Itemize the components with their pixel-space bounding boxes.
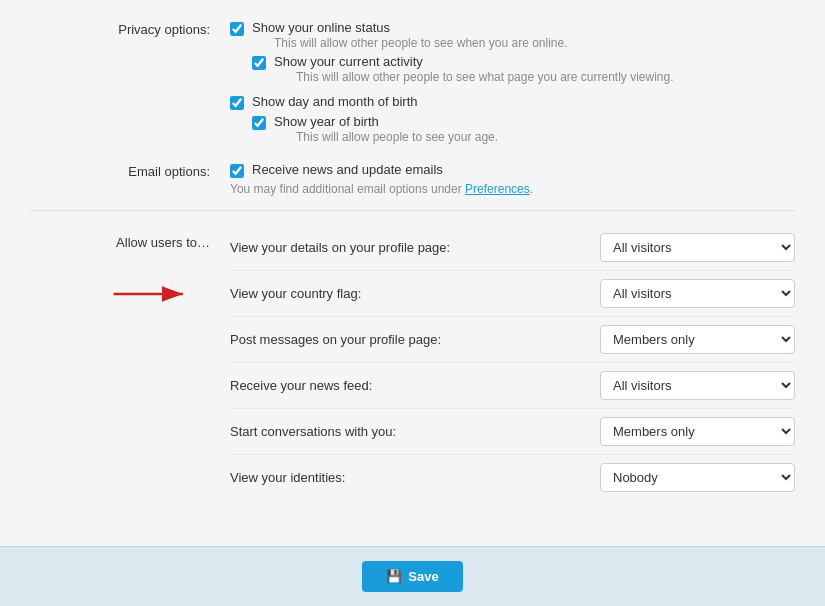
news-updates-row: Receive news and update emails — [230, 162, 795, 178]
permission-row-view-flag: View your country flag: All visitors Mem… — [230, 271, 795, 317]
online-status-label: Show your online status — [252, 20, 568, 35]
allow-users-content: View your details on your profile page: … — [230, 225, 795, 500]
birth-month-checkbox[interactable] — [230, 96, 244, 110]
permission-label-post-messages: Post messages on your profile page: — [230, 332, 600, 347]
news-updates-checkbox[interactable] — [230, 164, 244, 178]
permission-select-view-profile[interactable]: All visitors Members only Nobody — [600, 233, 795, 262]
current-activity-checkbox[interactable] — [252, 56, 266, 70]
email-desc-prefix: You may find additional email options un… — [230, 182, 465, 196]
footer: 💾 Save — [0, 546, 825, 606]
current-activity-row: Show your current activity This will all… — [252, 54, 795, 84]
save-label: Save — [408, 569, 438, 584]
permission-label-view-flag: View your country flag: — [230, 286, 600, 301]
email-label: Email options: — [30, 162, 230, 179]
birth-month-label: Show day and month of birth — [252, 94, 418, 109]
permission-row-post-messages: Post messages on your profile page: All … — [230, 317, 795, 363]
preferences-link[interactable]: Preferences — [465, 182, 530, 196]
online-status-checkbox[interactable] — [230, 22, 244, 36]
permission-label-view-profile: View your details on your profile page: — [230, 240, 600, 255]
permission-select-view-identities[interactable]: All visitors Members only Nobody — [600, 463, 795, 492]
permission-row-view-identities: View your identities: All visitors Membe… — [230, 455, 795, 500]
online-status-row: Show your online status This will allow … — [230, 20, 795, 50]
current-activity-desc: This will allow other people to see what… — [296, 70, 674, 84]
birth-year-desc: This will allow people to see your age. — [296, 130, 498, 144]
permission-select-post-messages[interactable]: All visitors Members only Nobody — [600, 325, 795, 354]
arrow-indicator — [110, 280, 190, 308]
permission-select-conversations[interactable]: All visitors Members only Nobody — [600, 417, 795, 446]
permission-row-view-profile: View your details on your profile page: … — [230, 225, 795, 271]
permission-label-view-identities: View your identities: — [230, 470, 600, 485]
email-content: Receive news and update emails You may f… — [230, 162, 795, 196]
birth-year-row: Show year of birth This will allow peopl… — [252, 114, 795, 144]
current-activity-label: Show your current activity — [274, 54, 674, 69]
permission-label-conversations: Start conversations with you: — [230, 424, 600, 439]
privacy-content: Show your online status This will allow … — [230, 20, 795, 148]
birth-year-checkbox[interactable] — [252, 116, 266, 130]
permission-row-news-feed: Receive your news feed: All visitors Mem… — [230, 363, 795, 409]
save-button[interactable]: 💾 Save — [362, 561, 462, 592]
permission-select-view-flag[interactable]: All visitors Members only Nobody — [600, 279, 795, 308]
permission-row-conversations: Start conversations with you: All visito… — [230, 409, 795, 455]
permission-select-news-feed[interactable]: All visitors Members only Nobody — [600, 371, 795, 400]
save-icon: 💾 — [386, 569, 402, 584]
permission-label-news-feed: Receive your news feed: — [230, 378, 600, 393]
birth-month-row: Show day and month of birth — [230, 94, 795, 110]
news-updates-label: Receive news and update emails — [252, 162, 443, 177]
email-desc-suffix: . — [530, 182, 533, 196]
birth-year-label: Show year of birth — [274, 114, 498, 129]
allow-users-label: Allow users to… — [30, 225, 230, 500]
online-status-desc: This will allow other people to see when… — [274, 36, 568, 50]
privacy-label: Privacy options: — [30, 20, 230, 37]
